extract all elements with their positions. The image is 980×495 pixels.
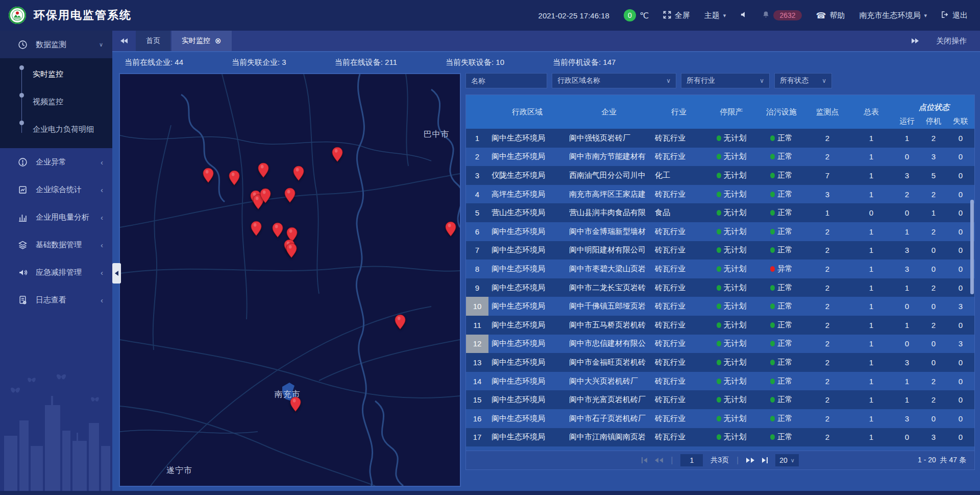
map-pin-icon[interactable] [445,221,457,237]
map-pin-icon[interactable] [229,170,240,186]
table-row[interactable]: 11阆中生态环境局阆中市五马桥页岩机砖砖瓦行业无计划正常21120 [466,316,974,335]
tab-list: 首页实时监控⊗ [136,31,233,51]
table-row[interactable]: 12阆中生态环境局阆中市忠信建材有限公砖瓦行业无计划正常21003 [466,335,974,353]
help-button[interactable]: ☎ 帮助 [816,11,845,20]
sidebar-item[interactable]: 企业用电量分析‹ [0,203,112,231]
cell-facility: 正常 [757,301,806,311]
table-row[interactable]: 1阆中生态环境局阆中强锐页岩砖厂砖瓦行业无计划正常21120 [466,129,974,148]
table-row[interactable]: 3仪陇生态环境局西南油气田分公司川中化工无计划正常71350 [466,166,974,185]
map-pin-icon[interactable] [332,147,344,162]
sidebar-subitem[interactable]: 企业电力负荷明细 [0,115,112,143]
prev-page-button[interactable] [655,458,663,463]
sidebar-item[interactable]: 日志查看‹ [0,286,112,314]
table-header: 行政区域 企业 行业 停限产 治污设施 监测点 总表 点位状态 运行 停机 失联 [466,95,974,129]
tabs-scroll-left-button[interactable] [112,38,136,43]
volume-button[interactable] [740,11,748,20]
table-row[interactable]: 15阆中生态环境局阆中市光富页岩机砖厂砖瓦行业无计划正常21120 [466,390,974,409]
map-pin-icon[interactable] [285,243,297,258]
sidebar-item[interactable]: 数据监测∨ [0,31,112,58]
map-pin-icon[interactable] [258,162,270,178]
tab-close-icon[interactable]: ⊗ [215,36,222,45]
row-index: 5 [466,203,488,222]
sidebar-subitem[interactable]: 视频监控 [0,88,112,115]
first-page-button[interactable] [642,457,647,463]
cell-running: 0 [894,302,920,311]
table-row[interactable]: 6阆中生态环境局阆中市金博瑞新型墙材砖瓦行业无计划正常21120 [466,222,974,241]
status-dot-green [717,285,721,291]
column-halted: 停机 [920,113,947,129]
cell-industry: 砖瓦行业 [652,395,706,405]
status-filter-select[interactable]: 所有状态 ∨ [774,73,832,88]
region-filter-select[interactable]: 行政区域名称 ∨ [552,73,676,88]
cell-company: 阆中市南方节能建材有 [566,152,652,161]
cell-stop-limit: 无计划 [706,190,757,199]
table-row[interactable]: 9阆中生态环境局阆中市二龙长宝页岩砖砖瓦行业无计划正常21120 [466,278,974,297]
sidebar-item[interactable]: 企业异常‹ [0,148,112,176]
map-pin-icon[interactable] [289,396,301,412]
table-row[interactable]: 13阆中生态环境局阆中市金福旺页岩机砖砖瓦行业无计划正常21300 [466,353,974,372]
industry-filter-select[interactable]: 所有行业 ∨ [681,73,770,88]
column-main-meter: 总表 [849,95,894,129]
status-dot-green [717,322,721,328]
row-index: 1 [466,129,488,148]
row-index: 8 [466,260,488,278]
cell-industry: 砖瓦行业 [652,376,706,386]
logout-button[interactable]: 退出 [941,11,968,20]
sidebar-item[interactable]: 应急减排管理‹ [0,258,112,286]
table-row[interactable]: 17阆中生态环境局阆中市江南镇阆南页岩砖瓦行业无计划正常21030 [466,428,974,447]
stat-item: 当前在线设备: 211 [335,58,397,67]
table-row[interactable]: 10阆中生态环境局阆中千佛镇五郎垭页岩砖瓦行业无计划正常21003 [466,297,974,316]
enterprise-list-panel: 行政区域名称 ∨ 所有行业 ∨ 所有状态 ∨ 行政区域 企业 行业 停限产 治污… [465,73,975,489]
table-row[interactable]: 16阆中生态环境局阆中市石子页岩机砖厂砖瓦行业无计划正常21300 [466,409,974,428]
map-pin-icon[interactable] [203,168,214,183]
status-dot-green [717,210,721,216]
page-number-input[interactable]: 1 [680,454,703,466]
stats-doc-icon [17,184,28,195]
cell-region: 阆中生态环境局 [488,358,566,367]
sidebar-subitem[interactable]: 实时监控 [0,60,112,88]
cell-industry: 砖瓦行业 [652,432,706,442]
close-operations-menu[interactable]: 关闭操作 [912,36,980,46]
cell-stop-limit: 无计划 [706,227,757,237]
org-menu[interactable]: 南充市生态环境局 ▾ [859,11,927,20]
table-scrollbar[interactable] [970,200,974,294]
row-index: 10 [466,297,488,316]
fullscreen-button[interactable]: 全屏 [663,11,690,20]
status-dot [770,229,775,234]
column-running: 运行 [894,113,920,129]
map-panel[interactable]: 巴中市南充市遂宁市 [119,73,461,487]
name-filter-input[interactable] [465,73,547,88]
cell-company: 阆中强锐页岩砖厂 [566,133,652,143]
table-row[interactable]: 2阆中生态环境局阆中市南方节能建材有砖瓦行业无计划正常21030 [466,148,974,167]
map-pin-icon[interactable] [260,188,272,204]
sidebar-item[interactable]: 基础数据管理‹ [0,231,112,258]
chevron-down-icon: ▾ [924,12,927,19]
table-row[interactable]: 5营山生态环境局营山县润丰肉食品有限食品无计划正常10010 [466,203,974,222]
map-pin-icon[interactable] [394,314,406,330]
table-row[interactable]: 14阆中生态环境局阆中大兴页岩机砖厂砖瓦行业无计划正常21120 [466,372,974,391]
cell-company: 西南油气田分公司川中 [566,171,652,180]
cell-running: 3 [894,171,920,180]
tab[interactable]: 实时监控⊗ [172,31,232,51]
table-row[interactable]: 8阆中生态环境局阆中市枣碧大梁山页岩砖瓦行业无计划异常21300 [466,260,974,278]
map-pin-icon[interactable] [284,187,296,203]
page-size-select[interactable]: 20 ∨ [775,454,799,466]
notification-indicator[interactable]: 2632 [762,10,801,20]
map-pin-icon[interactable] [251,221,262,237]
cell-lost: 0 [947,171,974,180]
table-row[interactable]: 7阆中生态环境局阆中明阳建材有限公司砖瓦行业无计划正常21300 [466,241,974,260]
sidebar-item[interactable]: 企业综合统计‹ [0,176,112,203]
last-page-button[interactable] [762,457,768,463]
chevron-down-icon: ∨ [99,41,103,48]
map-pin-icon[interactable] [272,222,284,238]
map-pin-icon[interactable] [292,166,304,181]
table-row[interactable]: 4高坪生态环境局南充市高坪区王家店建砖瓦行业无计划正常31220 [466,185,974,204]
panel-collapse-toggle[interactable] [112,263,121,284]
tab[interactable]: 首页 [136,31,170,51]
cell-stop-limit: 无计划 [706,358,757,367]
cell-stop-limit: 无计划 [706,339,757,348]
next-page-button[interactable] [746,458,754,463]
cell-running: 0 [894,433,920,441]
status-dot-green [717,434,721,440]
theme-menu[interactable]: 主题 ▾ [704,11,726,20]
